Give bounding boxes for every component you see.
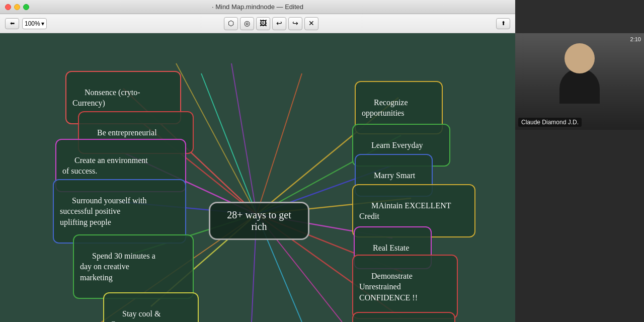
center-node-label: 28+ ways to get rich: [227, 209, 291, 232]
webcam-overlay: 2:10 Claude Diamond J.D.: [515, 33, 644, 322]
node-surround[interactable]: Surround yourself with successful positi…: [53, 179, 186, 244]
webcam-person-view: [515, 33, 644, 130]
toolbar-left: ⬅ 100% ▾: [5, 18, 47, 29]
tool-btn-2[interactable]: ◎: [240, 17, 254, 30]
zoom-control[interactable]: 100% ▾: [22, 18, 47, 29]
node-spend30[interactable]: Spend 30 minutes a day on creative marke…: [73, 234, 194, 299]
person-head: [565, 43, 595, 73]
tool-btn-redo[interactable]: ↪: [288, 17, 302, 30]
toolbar-right: ⬆: [496, 18, 510, 29]
title-bar: · Mind Map.mindnode — Edited: [0, 0, 515, 14]
center-node[interactable]: 28+ ways to get rich: [209, 202, 309, 240]
node-staycool[interactable]: Stay cool & Contemporary: [103, 292, 199, 322]
node-demonstrate[interactable]: Demonstrate Unrestrained CONFIDENCE !!: [352, 255, 458, 319]
toolbar: ⬅ 100% ▾ ⬡ ◎ 🖼 ↩ ↪ ✕ ⬆: [0, 14, 515, 33]
svg-line-18: [257, 73, 302, 214]
zoom-value: 100%: [25, 20, 40, 27]
svg-line-20: [231, 63, 257, 214]
node-superb[interactable]: Be superb in Sales: [352, 312, 455, 322]
zoom-dropdown-icon[interactable]: ▾: [41, 20, 44, 27]
tool-btn-1[interactable]: ⬡: [224, 17, 238, 30]
back-button[interactable]: ⬅: [5, 18, 19, 29]
webcam-clock: 2:10: [630, 36, 641, 42]
app-area: 28+ ways to get rich Nonsence (cryto- Cu…: [0, 33, 644, 322]
maximize-button[interactable]: [23, 4, 29, 10]
minimize-button[interactable]: [14, 4, 20, 10]
tool-btn-image[interactable]: 🖼: [256, 17, 270, 30]
tool-btn-close[interactable]: ✕: [304, 17, 318, 30]
tool-btn-undo[interactable]: ↩: [272, 17, 286, 30]
webcam-name-label: Claude Diamond J.D.: [518, 118, 582, 127]
person-silhouette: [559, 43, 600, 104]
share-button[interactable]: ⬆: [496, 18, 510, 29]
window-title: · Mind Map.mindnode — Edited: [212, 3, 303, 11]
traffic-lights[interactable]: [5, 4, 29, 10]
mindmap-canvas[interactable]: 28+ ways to get rich Nonsence (cryto- Cu…: [0, 33, 515, 322]
close-button[interactable]: [5, 4, 11, 10]
webcam-video: 2:10 Claude Diamond J.D.: [515, 33, 644, 130]
svg-line-17: [201, 73, 257, 214]
webcam-rest-area: [515, 130, 644, 322]
toolbar-center: ⬡ ◎ 🖼 ↩ ↪ ✕: [51, 17, 492, 30]
person-body: [559, 68, 600, 104]
